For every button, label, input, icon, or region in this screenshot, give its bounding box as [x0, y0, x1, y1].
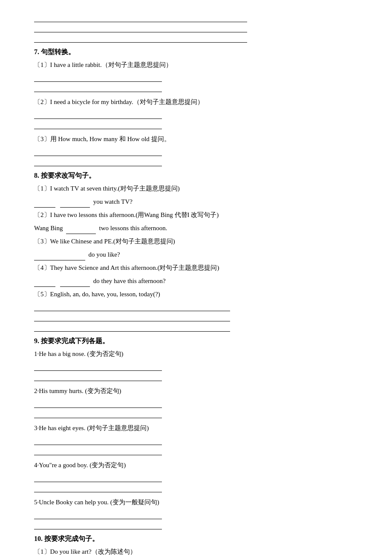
- section8-q2-text: 〔2〕I have two lessons this afternoon.(用W…: [34, 209, 358, 221]
- section7-q2-lines: [34, 110, 358, 129]
- section8-q1-line2: you watch TV?: [34, 196, 358, 208]
- answer-line: [34, 361, 162, 371]
- answer-line: [34, 483, 162, 492]
- answer-line: [34, 120, 162, 129]
- section-7-title: 7. 句型转换。: [34, 48, 358, 57]
- answer-line: [34, 446, 162, 455]
- answer-line: [34, 157, 162, 166]
- answer-line: [34, 302, 230, 311]
- section-9-title: 9. 按要求完成下列各题。: [34, 337, 358, 346]
- section8-q3-text: 〔3〕We like Chinese and PE.(对句子主题意思提问): [34, 236, 358, 247]
- blank: [139, 550, 208, 555]
- section8-q4-line2: do they have this afternoon?: [34, 275, 358, 287]
- section7-q3-lines: [34, 147, 358, 166]
- section9-q3-lines: [34, 436, 358, 455]
- answer-line: [34, 72, 162, 82]
- blank: [60, 279, 90, 287]
- section9-q2-text: 2·His tummy hurts. (变为否定句): [34, 385, 358, 397]
- section9-q5-text: 5·Uncle Booky can help you. (变为一般疑问句): [34, 497, 358, 508]
- section8-q4-text: 〔4〕They have Science and Art this aftern…: [34, 262, 358, 274]
- answer-line: [34, 409, 162, 418]
- section8-q1-text: 〔1〕I watch TV at seven thirty.(对句子主题意思提问…: [34, 183, 358, 194]
- section9-q2-lines: [34, 399, 358, 418]
- top-answer-lines: [34, 13, 358, 43]
- answer-line: [34, 322, 230, 332]
- section8-q2-line2: Wang Bing two lessons this afternoon.: [34, 223, 358, 234]
- section10-q1-text: 〔1〕Do you like art?（改为陈述句）: [34, 546, 358, 555]
- blank: [60, 200, 90, 208]
- section9-q4-lines: [34, 473, 358, 492]
- section9-q5-lines: [34, 510, 358, 529]
- section7-q1-text: 〔1〕I have a little rabbit.（对句子主题意思提问）: [34, 59, 358, 71]
- answer-line: [34, 473, 162, 482]
- section-9: 9. 按要求完成下列各题。 1·He has a big nose. (变为否定…: [34, 337, 358, 529]
- section9-q3-text: 3·He has eight eyes. (对句子主题意思提问): [34, 422, 358, 434]
- answer-line: [34, 436, 162, 445]
- section-7: 7. 句型转换。 〔1〕I have a little rabbit.（对句子主…: [34, 48, 358, 166]
- section8-q3-line2: do you like?: [34, 249, 358, 260]
- section-10-title: 10. 按要求完成句子。: [34, 535, 358, 543]
- section-10: 10. 按要求完成句子。 〔1〕Do you like art?（改为陈述句）: [34, 535, 358, 555]
- section9-q1-text: 1·He has a big nose. (变为否定句): [34, 348, 358, 360]
- section7-q2-text: 〔2〕I need a bicycle for my birthday.（对句子…: [34, 96, 358, 108]
- section8-q5-text: 〔5〕English, an, do, have, you, lesson, t…: [34, 289, 358, 300]
- blank: [34, 253, 85, 260]
- section7-q1-lines: [34, 72, 358, 92]
- answer-line: [34, 372, 162, 381]
- answer-line: [34, 147, 162, 156]
- section9-q1-lines: [34, 361, 358, 381]
- section8-q5-lines: [34, 302, 358, 332]
- blank: [34, 200, 55, 208]
- section9-q4-text: 4·You"re a good boy. (变为否定句): [34, 460, 358, 471]
- answer-line: [34, 520, 162, 529]
- answer-line: [34, 399, 162, 408]
- blank: [34, 279, 55, 287]
- section-8-title: 8. 按要求改写句子。: [34, 171, 358, 180]
- answer-line: [34, 510, 162, 519]
- blank: [66, 226, 96, 234]
- answer-line: [34, 83, 162, 92]
- answer-line: [34, 312, 230, 321]
- section-8: 8. 按要求改写句子。 〔1〕I watch TV at seven thirt…: [34, 171, 358, 332]
- answer-line: [34, 110, 162, 119]
- section7-q3-text: 〔3〕用 How much, How many 和 How old 提问。: [34, 133, 358, 145]
